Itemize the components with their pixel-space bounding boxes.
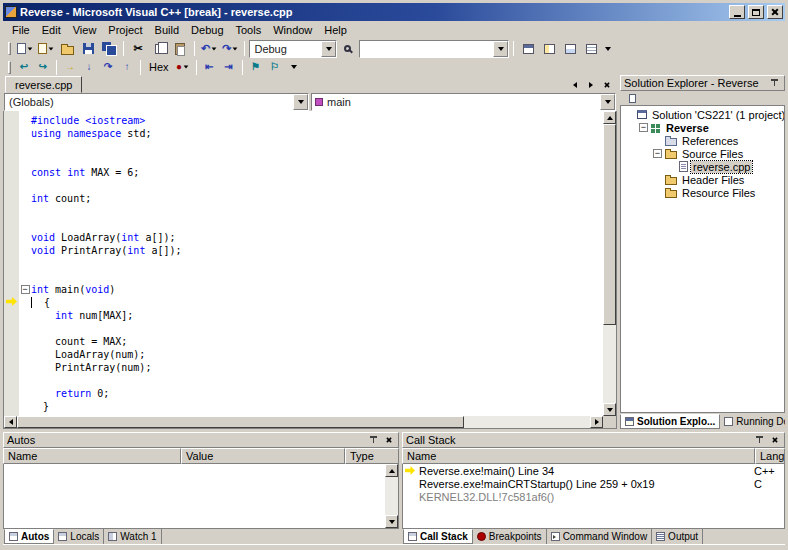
auto-hide-pin-button[interactable] <box>768 77 781 89</box>
autos-column-name[interactable]: Name <box>3 448 181 464</box>
toolbox-button[interactable] <box>560 40 580 58</box>
increase-indent-button[interactable]: ⇥ <box>220 60 238 74</box>
class-view-button[interactable] <box>581 40 601 58</box>
new-file-button[interactable] <box>15 40 35 58</box>
toolbar-options-button[interactable] <box>285 60 303 74</box>
find-combo[interactable] <box>359 40 509 58</box>
app-icon[interactable] <box>5 6 17 18</box>
vertical-scroll-thumb[interactable] <box>603 124 616 325</box>
horizontal-scroll-thumb[interactable] <box>17 416 464 428</box>
toggle-bookmark-button[interactable]: ⚑ <box>247 60 265 74</box>
toolbar-options-button[interactable] <box>602 40 614 58</box>
menu-project[interactable]: Project <box>102 23 148 37</box>
redo-button[interactable]: ↷ <box>220 40 240 58</box>
scroll-track[interactable] <box>603 124 616 403</box>
breakpoint-window-button[interactable]: ● <box>174 60 192 74</box>
auto-hide-pin-button[interactable] <box>367 434 380 446</box>
next-bookmark-button[interactable]: ⚐ <box>266 60 284 74</box>
menu-edit[interactable]: Edit <box>36 23 67 37</box>
tree-expander-icon[interactable]: − <box>653 149 662 158</box>
call-stack-column-name[interactable]: Name <box>402 448 755 464</box>
step-into-button[interactable]: ↓ <box>80 60 98 74</box>
solution-explorer-tab-solution-explo[interactable]: Solution Explo... <box>620 414 720 429</box>
menu-build[interactable]: Build <box>149 23 185 37</box>
document-tab-reverse-cpp[interactable]: reverse.cpp <box>5 76 82 93</box>
save-all-button[interactable] <box>99 40 119 58</box>
autos-scrollbar[interactable] <box>385 464 398 528</box>
paste-button[interactable] <box>170 40 190 58</box>
autos-tab-autos[interactable]: Autos <box>4 529 54 544</box>
scroll-right-button[interactable] <box>590 416 603 428</box>
tree-item-reverse[interactable]: −Reverse <box>621 121 784 134</box>
autos-tab-locals[interactable]: Locals <box>54 529 104 544</box>
copy-button[interactable] <box>149 40 169 58</box>
solution-explorer-tab-running-docu[interactable]: Running Docu... <box>720 414 785 429</box>
hex-display-button[interactable]: Hex <box>145 60 173 74</box>
call-stack-tab-breakpoints[interactable]: Breakpoints <box>473 529 547 544</box>
menu-help[interactable]: Help <box>318 23 353 37</box>
menu-view[interactable]: View <box>67 23 103 37</box>
scroll-down-button[interactable] <box>385 515 398 528</box>
tree-item-header-files[interactable]: Header Files <box>621 173 784 186</box>
step-over-button[interactable]: ↷ <box>99 60 117 74</box>
decrease-indent-button[interactable]: ⇤ <box>201 60 219 74</box>
call-stack-column-lang[interactable]: Lang <box>755 448 785 464</box>
call-stack-rows[interactable]: Reverse.exe!main() Line 34C++Reverse.exe… <box>402 464 785 529</box>
scroll-tabs-right-button[interactable] <box>584 78 597 91</box>
close-panel-button[interactable] <box>768 434 781 446</box>
call-stack-frame[interactable]: Reverse.exe!mainCRTStartup() Line 259 + … <box>403 477 784 490</box>
scroll-tabs-left-button[interactable] <box>568 78 581 91</box>
scroll-up-button[interactable] <box>385 464 398 477</box>
navigate-forward-button[interactable]: ↪ <box>34 60 52 74</box>
auto-hide-pin-button[interactable] <box>753 434 766 446</box>
step-out-button[interactable]: ↑ <box>118 60 136 74</box>
fold-box-icon[interactable]: − <box>21 285 30 294</box>
close-button[interactable] <box>767 5 783 19</box>
toolbar-grip[interactable] <box>8 61 11 74</box>
autos-column-type[interactable]: Type <box>345 448 399 464</box>
scroll-down-button[interactable] <box>603 403 616 416</box>
tree-item-solution-cs221-1-project[interactable]: Solution 'CS221' (1 project) <box>621 108 784 121</box>
save-button[interactable] <box>78 40 98 58</box>
code-lines[interactable]: #include <iostream>using namespace std;c… <box>19 111 603 416</box>
add-item-button[interactable] <box>36 40 56 58</box>
members-combo-dropdown[interactable] <box>600 94 615 110</box>
autos-column-value[interactable]: Value <box>181 448 345 464</box>
editor-horizontal-scrollbar[interactable] <box>4 416 603 428</box>
call-stack-frame[interactable]: KERNEL32.DLL!7c581af6() <box>403 490 784 503</box>
toolbar-grip[interactable] <box>8 42 11 55</box>
call-stack-tab-command-window[interactable]: Command Window <box>547 529 652 544</box>
call-stack-tab-call-stack[interactable]: Call Stack <box>403 529 473 544</box>
scroll-track[interactable] <box>385 477 398 515</box>
tree-item-source-files[interactable]: −Source Files <box>621 147 784 160</box>
close-panel-button[interactable] <box>382 434 395 446</box>
tree-item-reverse-cpp[interactable]: reverse.cpp <box>621 160 784 173</box>
scroll-up-button[interactable] <box>603 111 616 124</box>
editor-vertical-scrollbar[interactable] <box>603 111 616 416</box>
call-stack-tab-output[interactable]: Output <box>652 529 703 544</box>
menu-tools[interactable]: Tools <box>230 23 268 37</box>
show-next-statement-button[interactable]: → <box>61 60 79 74</box>
types-combo[interactable]: (Globals) <box>4 93 309 111</box>
autos-grid[interactable] <box>3 464 399 529</box>
navigate-backward-button[interactable]: ↩ <box>15 60 33 74</box>
tree-item-references[interactable]: References <box>621 134 784 147</box>
restore-button[interactable] <box>748 5 764 19</box>
scroll-left-button[interactable] <box>4 416 17 428</box>
solution-configurations-combo[interactable]: Debug <box>249 40 337 58</box>
solution-explorer-button[interactable] <box>518 40 538 58</box>
open-file-button[interactable] <box>57 40 77 58</box>
scroll-track[interactable] <box>17 416 590 428</box>
autos-tab-watch-1[interactable]: Watch 1 <box>104 529 161 544</box>
undo-button[interactable]: ↶ <box>199 40 219 58</box>
call-stack-frame[interactable]: Reverse.exe!main() Line 34C++ <box>403 464 784 477</box>
code-editor[interactable]: #include <iostream>using namespace std;c… <box>4 111 616 416</box>
cut-button[interactable]: ✂ <box>128 40 148 58</box>
close-document-button[interactable] <box>600 78 613 91</box>
menu-file[interactable]: File <box>6 23 36 37</box>
tree-expander-icon[interactable]: − <box>639 123 648 132</box>
minimize-button[interactable] <box>729 5 745 19</box>
menu-window[interactable]: Window <box>267 23 318 37</box>
properties-window-button[interactable] <box>539 40 559 58</box>
members-combo[interactable]: main <box>311 93 616 111</box>
